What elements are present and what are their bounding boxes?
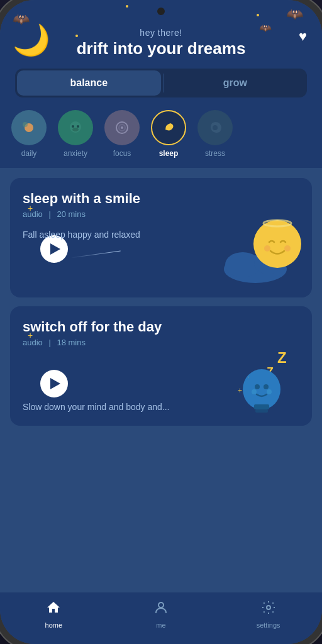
main-content: + sleep with a smile audio | 20 mins Fal… [0,168,322,592]
svg-text:+: + [238,386,242,395]
category-stress[interactable]: stress [194,110,236,158]
card1-description: Fall asleep happy and relaxed [23,229,175,242]
card2-duration: 18 mins [57,338,86,347]
card1-star: + [28,203,33,213]
category-stress-circle [197,110,233,145]
card-sleep-smile[interactable]: + sleep with a smile audio | 20 mins Fal… [10,178,312,297]
nav-settings-label: settings [257,621,280,629]
nav-home-label: home [45,621,63,629]
category-daily[interactable]: daily [8,110,50,158]
svg-point-24 [252,389,257,394]
category-sleep[interactable]: sleep [147,110,190,158]
svg-point-16 [284,245,291,252]
card2-play-button[interactable] [40,370,68,397]
category-daily-label: daily [21,149,37,158]
category-anxiety[interactable]: anxiety [54,110,97,158]
category-sleep-circle [151,110,186,145]
screen: 🦇 🦇 🦇 🌙 ♥ hey there! drift into your dre… [0,0,322,644]
svg-point-4 [72,125,74,128]
svg-rect-21 [255,409,268,413]
toggle-container: balance grow [15,69,307,97]
svg-point-15 [264,245,270,252]
card1-duration: 20 mins [57,209,86,219]
toggle-grow[interactable]: grow [164,69,308,97]
card2-bulb-illustration: Z Z [224,344,306,419]
card1-title: sleep with a smile [23,191,299,207]
phone-frame: 🦇 🦇 🦇 🌙 ♥ hey there! drift into your dre… [0,0,322,644]
card2-description: Slow down your mind and body and... [23,401,169,414]
star-dot-3 [126,5,128,8]
svg-text:·: · [248,374,250,380]
category-anxiety-label: anxiety [64,149,87,158]
svg-point-28 [158,602,164,608]
svg-rect-20 [254,404,269,409]
bat-icon-right: 🦇 [286,6,303,23]
svg-point-1 [23,122,28,127]
nav-settings[interactable]: settings [250,600,287,629]
svg-point-29 [267,606,270,609]
svg-point-22 [255,384,260,389]
category-anxiety-circle [58,110,93,145]
card1-line-accent [70,251,120,258]
play-triangle-icon [50,243,60,255]
bottom-spacer [10,435,312,445]
svg-point-8 [121,126,123,129]
category-focus-circle [104,110,140,145]
svg-point-9 [213,125,218,130]
nav-me[interactable]: me [142,600,180,629]
favorite-button[interactable]: ♥ [299,28,307,45]
category-focus[interactable]: focus [101,110,143,158]
card2-sep: | [48,338,50,347]
nav-me-label: me [156,621,165,629]
moon-decoration: 🌙 [13,23,50,58]
tagline-text: drift into your dreams [15,39,307,58]
nav-home[interactable]: home [35,600,72,629]
categories-row: daily anxiety [0,110,322,168]
header-text: hey there! drift into your dreams [15,25,307,58]
svg-point-3 [72,128,79,131]
card-switch-off[interactable]: + switch off for the day audio | 18 mins… [10,306,312,426]
svg-point-25 [267,389,272,394]
card1-moon-illustration [218,216,306,291]
card2-star: + [28,330,33,340]
category-sleep-label: sleep [159,149,179,158]
toggle-balance[interactable]: balance [17,70,161,96]
card1-sep: | [48,209,50,219]
svg-point-23 [264,384,269,389]
svg-point-5 [77,125,79,128]
category-daily-circle [11,110,47,145]
play-triangle-icon-2 [50,378,60,389]
star-dot-1 [257,14,259,16]
person-icon [153,600,169,619]
gear-icon [261,600,276,619]
home-icon [46,600,61,619]
category-stress-label: stress [205,149,225,158]
bottom-nav: home me settings [0,592,322,644]
greeting-text: hey there! [15,28,307,38]
phone-notch [157,8,165,15]
category-focus-label: focus [113,149,131,158]
svg-text:Z: Z [277,349,287,366]
card2-title: switch off for the day [23,319,299,335]
toggle-bar: balance grow [0,69,322,110]
